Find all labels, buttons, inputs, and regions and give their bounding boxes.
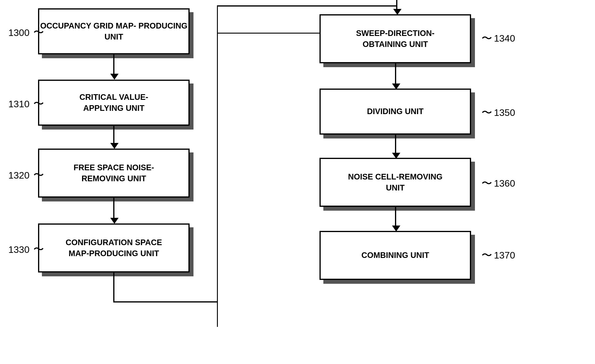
arrow-1360-1370 xyxy=(395,207,396,228)
block-1360: NOISE CELL-REMOVINGUNIT xyxy=(319,158,471,207)
arrow-1320-1330 xyxy=(113,198,114,220)
ref-1360: 〜 1360 xyxy=(481,176,515,191)
block-1370-wrapper: COMBINING UNIT xyxy=(319,231,471,280)
top-horiz-conn xyxy=(217,5,397,7)
arrow-1350-1360 xyxy=(395,135,396,155)
top-arrowhead-right xyxy=(393,9,402,15)
ref-1310: 1310 〜 xyxy=(8,97,44,111)
block-1300-wrapper: OCCUPANCY GRID MAP- PRODUCING UNIT xyxy=(38,8,190,54)
ref-1370: 〜 1370 xyxy=(481,248,515,263)
block-1320-wrapper: FREE SPACE NOISE-REMOVING UNIT xyxy=(38,149,190,198)
conn-1330-bottom xyxy=(113,272,114,302)
ref-1320: 1320 〜 xyxy=(8,168,44,182)
block-1330-wrapper: CONFIGURATION SPACEMAP-PRODUCING UNIT xyxy=(38,223,190,272)
top-connector-horizontal xyxy=(217,33,322,34)
ref-1350: 〜 1350 xyxy=(481,105,515,120)
block-1340: SWEEP-DIRECTION-OBTAINING UNIT xyxy=(319,14,471,63)
arrow-1310-1320 xyxy=(113,126,114,145)
block-1330: CONFIGURATION SPACEMAP-PRODUCING UNIT xyxy=(38,223,190,272)
arrowhead-1360-1370 xyxy=(392,226,400,231)
block-1360-wrapper: NOISE CELL-REMOVINGUNIT xyxy=(319,158,471,207)
arrowhead-1320-1330 xyxy=(110,218,119,224)
block-1370: COMBINING UNIT xyxy=(319,231,471,280)
block-1310-wrapper: CRITICAL VALUE-APPLYING UNIT xyxy=(38,80,190,126)
ref-1330: 1330 〜 xyxy=(8,242,44,257)
arrowhead-1310-1320 xyxy=(110,143,119,149)
diagram-container: OCCUPANCY GRID MAP- PRODUCING UNIT 1300 … xyxy=(0,0,595,364)
block-1300: OCCUPANCY GRID MAP- PRODUCING UNIT xyxy=(38,8,190,54)
ref-1300: 1300 〜 xyxy=(8,25,44,40)
arrow-1300-1310 xyxy=(113,54,114,76)
arrowhead-1300-1310 xyxy=(110,74,119,80)
block-1310: CRITICAL VALUE-APPLYING UNIT xyxy=(38,80,190,126)
block-1350-wrapper: DIVIDING UNIT xyxy=(319,89,471,135)
block-1340-wrapper: SWEEP-DIRECTION-OBTAINING UNIT xyxy=(319,14,471,63)
block-1320: FREE SPACE NOISE-REMOVING UNIT xyxy=(38,149,190,198)
vertical-divider xyxy=(217,6,218,327)
ref-1340: 〜 1340 xyxy=(481,31,515,46)
conn-1330-right xyxy=(113,301,218,302)
arrow-1340-1350 xyxy=(395,63,396,86)
block-1350: DIVIDING UNIT xyxy=(319,89,471,135)
